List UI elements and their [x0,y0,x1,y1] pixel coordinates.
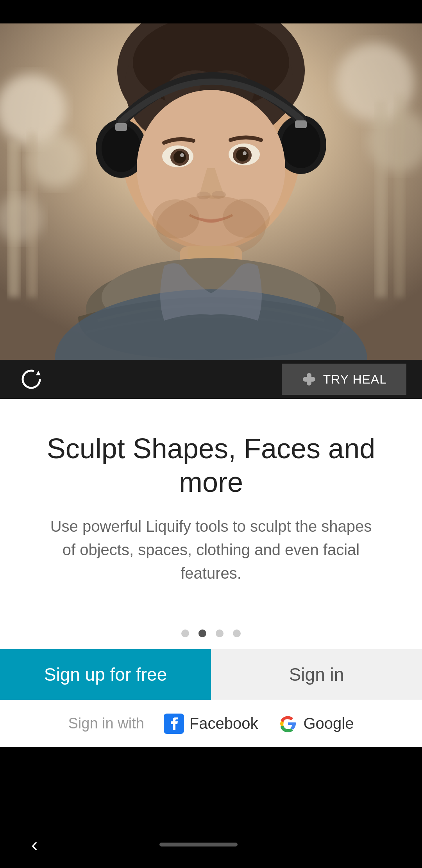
reset-icon [20,368,43,391]
svg-marker-43 [36,371,41,375]
subheadline: Use powerful Liquify tools to sculpt the… [43,515,379,585]
button-row: Sign up for free Sign in [0,649,422,700]
facebook-icon [164,714,184,734]
home-indicator[interactable] [159,843,238,846]
svg-point-30 [236,149,249,161]
svg-point-36 [223,199,270,238]
back-icon: ‹ [31,834,38,855]
try-heal-button[interactable]: TRY HEAL [282,364,406,395]
google-icon [278,714,298,734]
signup-button[interactable]: Sign up for free [0,649,211,700]
svg-point-27 [180,153,184,157]
signup-label: Sign up for free [44,664,167,685]
pagination-dots [0,618,422,649]
google-signin-button[interactable]: Google [278,714,354,734]
svg-rect-21 [115,123,127,131]
back-button[interactable]: ‹ [31,833,38,856]
dot-3[interactable] [216,629,224,637]
facebook-label: Facebook [190,715,258,732]
svg-point-31 [243,151,247,155]
svg-rect-9 [395,94,404,297]
dot-2[interactable] [198,629,206,637]
google-label: Google [304,715,354,732]
svg-rect-8 [375,102,387,297]
signin-label: Sign in [289,664,344,685]
sign-in-with-label: Sign in with [68,715,144,732]
try-heal-label: TRY HEAL [323,372,387,387]
hero-image [0,23,422,360]
social-signin-row: Sign in with Facebook Google [0,700,422,747]
heal-icon [301,371,317,387]
facebook-signin-button[interactable]: Facebook [164,714,258,734]
image-toolbar: TRY HEAL [0,360,422,399]
dot-4[interactable] [233,629,241,637]
reset-button[interactable] [16,364,47,395]
svg-rect-7 [27,133,37,297]
signin-button[interactable]: Sign in [211,649,422,700]
nav-bar: ‹ [0,821,422,868]
svg-point-35 [152,199,199,239]
svg-rect-22 [295,120,307,128]
content-area: Sculpt Shapes, Faces and more Use powerf… [0,399,422,618]
svg-point-26 [173,151,186,163]
svg-rect-6 [8,141,20,297]
svg-rect-45 [303,377,315,382]
status-bar [0,0,422,23]
svg-point-18 [102,125,141,172]
headline: Sculpt Shapes, Faces and more [31,432,391,499]
dot-1[interactable] [181,629,189,637]
